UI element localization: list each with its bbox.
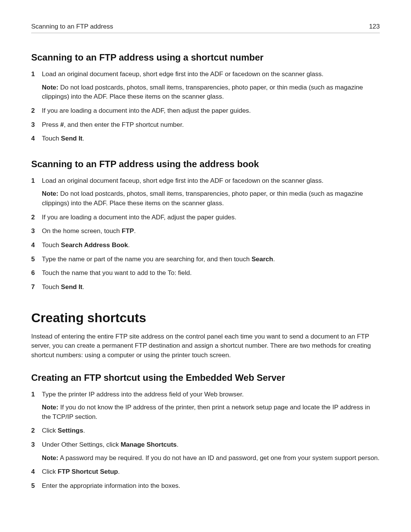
note-text: Do not load postcards, photos, small ite… (42, 190, 363, 207)
step-text: If you are loading a document into the A… (42, 214, 236, 221)
note-label: Note: (42, 84, 58, 91)
section2-step7: Touch Send It. (31, 283, 380, 292)
section1-step1-note: Note: Do not load postcards, photos, sma… (42, 83, 380, 102)
step-text-a: Touch (42, 283, 61, 291)
creating-shortcuts-intro: Instead of entering the entire FTP site … (31, 332, 380, 360)
step-text-c: . (273, 256, 275, 263)
step-text: Load an original document faceup, short … (42, 177, 323, 184)
section1-step1: Load an original document faceup, short … (31, 70, 380, 102)
step-text-a: Click (42, 427, 58, 434)
section4-step2: Click Settings. (31, 426, 380, 436)
section2-steps: Load an original document faceup, short … (31, 176, 380, 292)
section2-title: Scanning to an FTP address using the add… (31, 159, 380, 169)
settings-label: Settings (58, 427, 83, 434)
step-text: Touch the name that you want to add to t… (42, 269, 192, 276)
section4-title: Creating an FTP shortcut using the Embed… (31, 372, 380, 383)
ftp-label: FTP (122, 227, 134, 235)
step-text-c: . (83, 283, 84, 291)
section2-step3: On the home screen, touch FTP. (31, 227, 380, 236)
step-text-a: Click (42, 468, 58, 475)
step-text: If you are loading a document into the A… (42, 107, 251, 114)
section4-step5: Enter the appropriate information into t… (31, 481, 380, 491)
step-text-a: On the home screen, touch (42, 227, 122, 235)
section4-step1-note: Note: If you do not know the IP address … (42, 403, 380, 422)
send-it-label: Send It (61, 283, 83, 291)
section1-step2: If you are loading a document into the A… (31, 106, 380, 116)
step-text-c: . (118, 468, 120, 475)
step-text-c: . (83, 135, 84, 142)
note-text: Do not load postcards, photos, small ite… (42, 84, 363, 101)
section2-step1-note: Note: Do not load postcards, photos, sma… (42, 189, 380, 208)
step-text-c: . (83, 427, 85, 434)
note-label: Note: (42, 454, 58, 462)
section4-step3-note: Note: A password may be required. If you… (42, 454, 380, 463)
section2-step4: Touch Search Address Book. (31, 241, 380, 250)
ftp-shortcut-setup-label: FTP Shortcut Setup (58, 468, 118, 475)
search-address-book-label: Search Address Book (61, 241, 128, 249)
note-label: Note: (42, 190, 58, 197)
creating-shortcuts-title: Creating shortcuts (31, 310, 380, 325)
section4-steps: Type the printer IP address into the add… (31, 390, 380, 491)
document-page: Scanning to an FTP address 123 Scanning … (0, 0, 411, 532)
section1-steps: Load an original document faceup, short … (31, 70, 380, 144)
section4-step3: Under Other Settings, click Manage Short… (31, 440, 380, 463)
section2-step2: If you are loading a document into the A… (31, 213, 380, 222)
send-it-label: Send It (61, 135, 83, 142)
step-text-a: Touch (42, 135, 61, 142)
section1-step4: Touch Send It. (31, 134, 380, 144)
header-title: Scanning to an FTP address (31, 23, 113, 30)
step-text: Enter the appropriate information into t… (42, 482, 180, 489)
step-text-c: . (177, 441, 178, 448)
step-text-a: Under Other Settings, click (42, 441, 121, 448)
search-label: Search (252, 256, 273, 263)
page-header: Scanning to an FTP address 123 (31, 23, 380, 33)
step-text: Load an original document faceup, short … (42, 70, 323, 78)
section2-step6: Touch the name that you want to add to t… (31, 268, 380, 278)
note-label: Note: (42, 404, 58, 411)
manage-shortcuts-label: Manage Shortcuts (121, 441, 177, 448)
section1-step3: Press #, and then enter the FTP shortcut… (31, 120, 380, 130)
step-text-a: Press (42, 121, 60, 128)
step-text-c: . (134, 227, 136, 235)
step-text-c: . (128, 241, 130, 249)
section2-step5: Type the name or part of the name you ar… (31, 255, 380, 264)
step-text-c: , and then enter the FTP shortcut number… (64, 121, 184, 128)
section2-step1: Load an original document faceup, short … (31, 176, 380, 208)
note-text: A password may be required. If you do no… (58, 454, 379, 462)
hash-key: # (60, 121, 64, 128)
section1-title: Scanning to an FTP address using a short… (31, 52, 380, 63)
step-text-a: Type the name or part of the name you ar… (42, 256, 252, 263)
step-text-a: Touch (42, 241, 61, 249)
section4-step1: Type the printer IP address into the add… (31, 390, 380, 422)
note-text: If you do not know the IP address of the… (42, 404, 370, 420)
section4-step4: Click FTP Shortcut Setup. (31, 467, 380, 477)
step-text: Type the printer IP address into the add… (42, 391, 244, 398)
page-number: 123 (369, 23, 380, 30)
